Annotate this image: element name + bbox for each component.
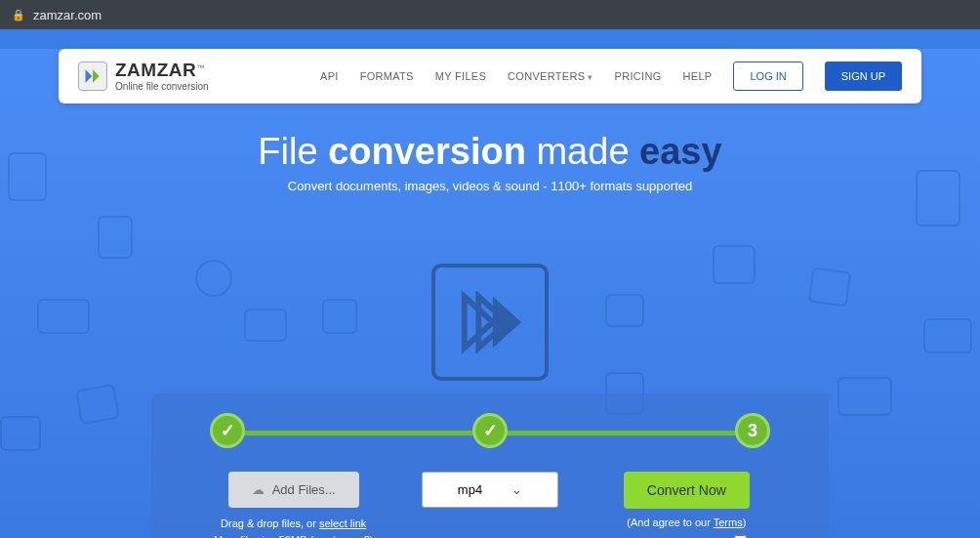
drag-hint: Drag & drop files, or select link Max. f… <box>210 516 377 538</box>
format-select[interactable]: mp4 ⌄ <box>422 472 558 508</box>
hero-play-icon <box>431 264 549 381</box>
logo-icon <box>78 62 107 91</box>
nav-help[interactable]: HELP <box>683 70 713 82</box>
hero-title: File conversion made easy <box>0 131 980 173</box>
terms-link[interactable]: Terms <box>714 517 743 528</box>
add-files-button[interactable]: ☁ Add Files... <box>228 472 359 508</box>
nav-api[interactable]: API <box>320 70 339 82</box>
nav-pricing[interactable]: PRICING <box>615 70 662 82</box>
step-2: ✓ <box>472 413 508 448</box>
chevron-down-icon: ⌄ <box>511 482 522 497</box>
convert-column: Convert Now (And agree to our Terms) ✉ E… <box>603 472 770 538</box>
logo[interactable]: ZAMZAR™ Online file conversion <box>78 61 209 92</box>
brand-tagline: Online file conversion <box>115 81 209 92</box>
step-indicator: ✓ ✓ 3 <box>210 413 770 452</box>
format-column: mp4 ⌄ <box>406 472 573 508</box>
step-3: 3 <box>735 413 770 448</box>
top-nav: ZAMZAR™ Online file conversion API FORMA… <box>59 49 921 103</box>
conversion-panel: ✓ ✓ 3 ☁ Add Files... Drag & drop files, … <box>151 393 829 538</box>
step-1: ✓ <box>210 413 245 448</box>
nav-items: API FORMATS MY FILES CONVERTERS▾ PRICING… <box>320 62 902 91</box>
check-icon: ✓ <box>221 420 235 441</box>
login-button[interactable]: LOG IN <box>733 62 802 91</box>
hero: File conversion made easy Convert docume… <box>0 131 980 193</box>
nav-my-files[interactable]: MY FILES <box>435 70 486 82</box>
hero-subtitle: Convert documents, images, videos & soun… <box>0 179 980 193</box>
check-icon: ✓ <box>483 420 498 441</box>
select-link[interactable]: select link <box>319 517 366 529</box>
page-body: ZAMZAR™ Online file conversion API FORMA… <box>0 49 980 538</box>
brand-name: ZAMZAR <box>115 60 196 80</box>
nav-formats[interactable]: FORMATS <box>360 70 414 82</box>
terms-note: (And agree to our Terms) <box>603 517 770 528</box>
add-files-column: ☁ Add Files... Drag & drop files, or sel… <box>210 472 377 538</box>
lock-icon: 🔒 <box>12 9 25 21</box>
url-text: zamzar.com <box>33 8 102 22</box>
browser-url-bar: 🔒 zamzar.com <box>0 0 980 29</box>
convert-button[interactable]: Convert Now <box>624 472 750 509</box>
upload-icon: ☁ <box>252 482 265 497</box>
signup-button[interactable]: SIGN UP <box>825 62 902 91</box>
nav-converters[interactable]: CONVERTERS▾ <box>508 70 593 82</box>
caret-down-icon: ▾ <box>588 72 592 82</box>
want-more-link[interactable]: want more? <box>313 534 369 539</box>
